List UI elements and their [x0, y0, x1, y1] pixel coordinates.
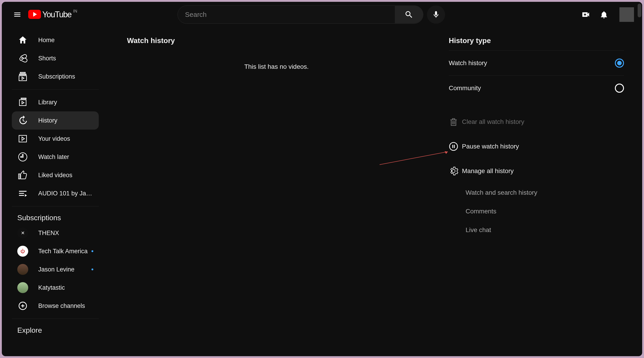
explore-title: Explore: [12, 322, 99, 336]
notifications-button[interactable]: [598, 8, 610, 21]
action-label: Manage all history: [462, 167, 514, 175]
sidebar-item-home[interactable]: Home: [12, 31, 99, 49]
sidebar-item-label: Browse channels: [38, 302, 93, 309]
header: YouTube IN: [2, 2, 642, 27]
channel-label: Tech Talk America: [38, 248, 92, 255]
sidebar-item-library[interactable]: Library: [12, 93, 99, 111]
radio-label: Community: [449, 85, 481, 92]
channel-label: Katytastic: [38, 284, 93, 291]
trash-icon: [449, 117, 458, 127]
channel-avatar: [17, 264, 28, 275]
sidebar-section-subscriptions: Subscriptions ✕ THENX ⏻ Tech Talk Americ…: [12, 206, 99, 319]
bell-icon: [600, 10, 608, 19]
history-type-community[interactable]: Community: [449, 75, 624, 100]
sidebar-section-library: Library History Your videos Watch later …: [12, 90, 99, 206]
hamburger-icon: [13, 11, 22, 19]
right-panel: History type Watch history Community Cle…: [449, 37, 628, 356]
sidebar-item-your-videos[interactable]: Your videos: [12, 130, 99, 148]
sidebar-section-explore: Explore: [12, 319, 99, 340]
header-right: [579, 7, 635, 22]
history-icon: [17, 115, 28, 126]
playlist-icon: [17, 188, 28, 199]
channel-avatar: ✕: [17, 227, 28, 238]
sidebar-item-watch-later[interactable]: Watch later: [12, 148, 99, 166]
sidebar-item-label: History: [38, 117, 93, 124]
sidebar-item-shorts[interactable]: Shorts: [12, 49, 99, 67]
action-label: Clear all watch history: [462, 118, 524, 126]
radio-button: [615, 84, 624, 93]
sidebar-item-history[interactable]: History: [12, 111, 99, 130]
manage-history-button[interactable]: Manage all history: [449, 159, 624, 183]
sidebar-item-label: Shorts: [38, 55, 93, 62]
body: Home Shorts Subscriptions Library: [2, 27, 642, 356]
sidebar-item-label: AUDIO 101 by Jaso…: [38, 190, 93, 197]
logo[interactable]: YouTube IN: [28, 10, 77, 19]
voice-search-button[interactable]: [427, 6, 445, 24]
history-type-watch[interactable]: Watch history: [449, 50, 624, 75]
radio-button-selected: [615, 59, 624, 68]
panel-title: History type: [449, 37, 624, 45]
sidebar-item-subscriptions[interactable]: Subscriptions: [12, 67, 99, 86]
clock-icon: [17, 151, 28, 162]
youtube-icon: [28, 10, 41, 19]
action-list: Clear all watch history Pause watch hist…: [449, 110, 624, 239]
header-center: [178, 6, 445, 24]
radio-label: Watch history: [449, 60, 487, 67]
sub-action-live-chat[interactable]: Live chat: [449, 221, 624, 239]
empty-message: This list has no videos.: [104, 63, 449, 70]
sidebar-section-primary: Home Shorts Subscriptions: [12, 27, 99, 90]
channel-avatar: ⏻: [17, 246, 28, 257]
menu-button[interactable]: [12, 9, 23, 20]
thumbs-up-icon: [17, 170, 28, 181]
channel-label: THENX: [38, 230, 93, 237]
yourvideos-icon: [17, 133, 28, 144]
channel-avatar: [17, 282, 28, 293]
sidebar-channel-techtalk[interactable]: ⏻ Tech Talk America: [12, 242, 99, 260]
sidebar-item-label: Library: [38, 99, 93, 106]
sidebar-item-label: Your videos: [38, 135, 93, 142]
subscriptions-icon: [17, 71, 28, 82]
clear-history-button[interactable]: Clear all watch history: [449, 110, 624, 134]
logo-text: YouTube: [42, 10, 71, 19]
subscriptions-title: Subscriptions: [12, 210, 99, 224]
action-label: Pause watch history: [462, 143, 519, 150]
pause-circle-icon: [449, 142, 458, 151]
page-title: Watch history: [127, 37, 449, 45]
scrollbar[interactable]: [638, 4, 641, 17]
search-button[interactable]: [395, 6, 423, 23]
sub-action-watch-search[interactable]: Watch and search history: [449, 183, 624, 202]
main-left: Watch history This list has no videos.: [127, 37, 449, 356]
sidebar-item-browse-channels[interactable]: Browse channels: [12, 297, 99, 315]
svg-point-1: [450, 143, 458, 151]
sidebar-channel-thenx[interactable]: ✕ THENX: [12, 224, 99, 242]
search-input[interactable]: [178, 6, 395, 24]
avatar[interactable]: [620, 7, 634, 22]
sidebar-item-label: Watch later: [38, 154, 93, 161]
search-box: [178, 6, 423, 24]
plus-circle-icon: [17, 300, 28, 311]
sidebar-item-label: Liked videos: [38, 172, 93, 179]
library-icon: [17, 97, 28, 108]
sidebar-item-label: Subscriptions: [38, 73, 93, 80]
app-window: YouTube IN: [2, 2, 642, 356]
sidebar: Home Shorts Subscriptions Library: [2, 27, 109, 356]
country-code: IN: [73, 9, 77, 14]
sidebar-channel-jason[interactable]: Jason Levine: [12, 260, 99, 278]
sidebar-channel-katy[interactable]: Katytastic: [12, 278, 99, 297]
new-content-dot: [92, 268, 93, 270]
create-icon: [581, 10, 590, 19]
sidebar-item-label: Home: [38, 37, 93, 44]
search-icon: [404, 10, 414, 19]
create-button[interactable]: [579, 8, 592, 21]
gear-icon: [449, 166, 458, 176]
home-icon: [17, 35, 28, 46]
pause-history-button[interactable]: Pause watch history: [449, 134, 624, 159]
sidebar-item-liked-videos[interactable]: Liked videos: [12, 166, 99, 184]
main-content: Watch history This list has no videos. H…: [109, 27, 642, 356]
sidebar-item-playlist[interactable]: AUDIO 101 by Jaso…: [12, 184, 99, 202]
new-content-dot: [92, 250, 93, 252]
sub-action-comments[interactable]: Comments: [449, 202, 624, 221]
shorts-icon: [17, 53, 28, 64]
microphone-icon: [432, 11, 440, 19]
channel-label: Jason Levine: [38, 266, 92, 273]
